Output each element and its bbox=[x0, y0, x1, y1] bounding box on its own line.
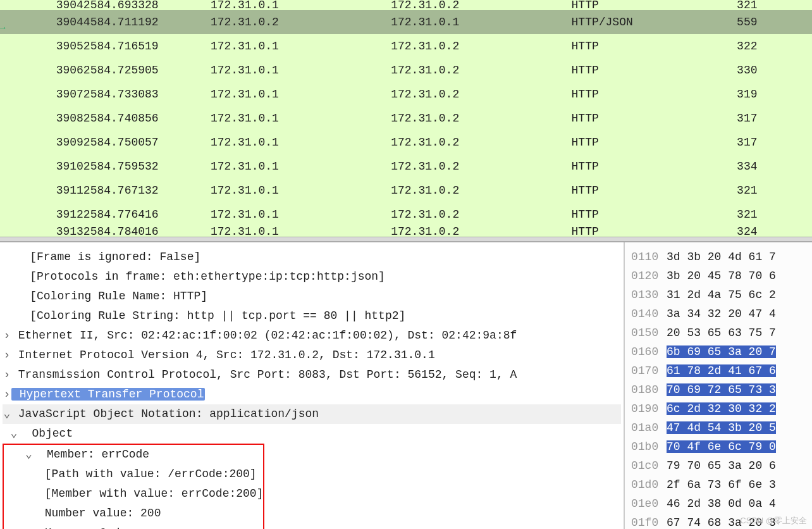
coloring-rule-string: [Coloring Rule String: http || tcp.port … bbox=[3, 306, 621, 326]
cell-dst: 172.31.0.2 bbox=[391, 0, 571, 10]
packet-row[interactable]: 39042584.693328172.31.0.1172.31.0.2HTTP3… bbox=[0, 0, 812, 10]
chevron-down-icon[interactable]: ⌄ bbox=[3, 404, 11, 424]
cell-time: 584.784016 bbox=[90, 227, 211, 237]
cell-dst: 172.31.0.1 bbox=[391, 10, 571, 34]
ethernet-layer[interactable]: › Ethernet II, Src: 02:42:ac:1f:00:02 (0… bbox=[3, 326, 621, 345]
packet-row[interactable]: 39122584.776416172.31.0.1172.31.0.2HTTP3… bbox=[0, 202, 812, 227]
hex-bytes: 46 2d 38 0d 0a 4 bbox=[667, 497, 776, 510]
cell-len: 321 bbox=[737, 0, 812, 10]
packet-row[interactable]: 39112584.767132172.31.0.1172.31.0.2HTTP3… bbox=[0, 178, 812, 202]
packet-row[interactable]: 39092584.750057172.31.0.1172.31.0.2HTTP3… bbox=[0, 130, 812, 154]
hex-row[interactable]: 013031 2d 4a 75 6c 2 bbox=[631, 285, 812, 304]
packet-row[interactable]: 39072584.733083172.31.0.1172.31.0.2HTTP3… bbox=[0, 82, 812, 106]
current-frame-marker: → bbox=[0, 23, 5, 33]
hex-row[interactable]: 01103d 3b 20 4d 61 7 bbox=[631, 247, 812, 266]
hex-row[interactable]: 01a047 4d 54 3b 20 5 bbox=[631, 418, 812, 437]
packet-row[interactable]: 39082584.740856172.31.0.1172.31.0.2HTTP3… bbox=[0, 106, 812, 130]
cell-no: 39132 bbox=[0, 227, 90, 237]
watermark: CSDN @零上安全 bbox=[740, 515, 807, 526]
cell-len: 324 bbox=[737, 227, 812, 237]
cell-time: 584.716519 bbox=[90, 34, 211, 58]
hex-offset: 0120 bbox=[631, 266, 667, 285]
hex-bytes: 70 69 72 65 73 3 bbox=[667, 383, 776, 396]
cell-src: 172.31.0.2 bbox=[211, 10, 391, 34]
cell-len: 321 bbox=[737, 178, 812, 202]
chevron-right-icon[interactable]: › bbox=[3, 326, 11, 345]
packet-row[interactable]: 39102584.759532172.31.0.1172.31.0.2HTTP3… bbox=[0, 154, 812, 178]
packet-details-pane[interactable]: [Frame is ignored: False] [Protocols in … bbox=[0, 242, 624, 529]
cell-dst: 172.31.0.2 bbox=[391, 58, 571, 82]
cell-time: 584.740856 bbox=[90, 106, 211, 130]
coloring-rule-name: [Coloring Rule Name: HTTP] bbox=[3, 287, 621, 306]
hex-bytes: 70 4f 6e 6c 79 0 bbox=[667, 440, 776, 453]
cell-no: 39092 bbox=[0, 130, 90, 154]
hex-bytes: 47 4d 54 3b 20 5 bbox=[667, 421, 776, 434]
hex-row[interactable]: 015020 53 65 63 75 7 bbox=[631, 323, 812, 342]
cell-proto: HTTP bbox=[572, 154, 737, 178]
cell-dst: 172.31.0.2 bbox=[391, 106, 571, 130]
json-number-value: Number value: 200 bbox=[4, 504, 263, 523]
hex-row[interactable]: 01e046 2d 38 0d 0a 4 bbox=[631, 494, 812, 513]
hex-row[interactable]: 01906c 2d 32 30 32 2 bbox=[631, 399, 812, 418]
hex-row[interactable]: 01c079 70 65 3a 20 6 bbox=[631, 456, 812, 475]
packet-row[interactable]: 39132584.784016172.31.0.1172.31.0.2HTTP3… bbox=[0, 227, 812, 237]
packet-row[interactable]: 39052584.716519172.31.0.1172.31.0.2HTTP3… bbox=[0, 34, 812, 58]
packet-bytes-pane[interactable]: 01103d 3b 20 4d 61 701203b 20 45 78 70 6… bbox=[624, 242, 812, 529]
chevron-right-icon[interactable]: › bbox=[3, 385, 11, 404]
http-layer[interactable]: › Hypertext Transfer Protocol bbox=[3, 385, 621, 404]
hex-row[interactable]: 017061 78 2d 41 67 6 bbox=[631, 361, 812, 380]
packet-list[interactable]: 39042584.693328172.31.0.1172.31.0.2HTTP3… bbox=[0, 0, 812, 237]
hex-bytes: 20 53 65 63 75 7 bbox=[667, 327, 776, 339]
cell-src: 172.31.0.1 bbox=[211, 130, 391, 154]
hex-bytes: 3b 20 45 78 70 6 bbox=[667, 270, 776, 282]
cell-proto: HTTP bbox=[572, 58, 737, 82]
cell-len: 334 bbox=[737, 154, 812, 178]
cell-time: 584.733083 bbox=[90, 82, 211, 106]
json-layer[interactable]: ⌄ JavaScript Object Notation: applicatio… bbox=[3, 404, 621, 424]
chevron-right-icon[interactable]: › bbox=[3, 345, 11, 365]
hex-offset: 0110 bbox=[631, 247, 667, 266]
hex-row[interactable]: 01403a 34 32 20 47 4 bbox=[631, 304, 812, 323]
hex-row[interactable]: 01606b 69 65 3a 20 7 bbox=[631, 342, 812, 361]
cell-dst: 172.31.0.2 bbox=[391, 227, 571, 237]
cell-no: 39044 bbox=[0, 10, 90, 34]
cell-time: 584.693328 bbox=[90, 0, 211, 10]
cell-proto: HTTP bbox=[572, 106, 737, 130]
chevron-down-icon[interactable]: ⌄ bbox=[9, 424, 18, 444]
hex-row[interactable]: 01b070 4f 6e 6c 79 0 bbox=[631, 437, 812, 456]
chevron-right-icon[interactable]: › bbox=[3, 365, 11, 385]
cell-len: 319 bbox=[737, 82, 812, 106]
json-object[interactable]: ⌄ Object bbox=[3, 424, 621, 444]
cell-time: 584.750057 bbox=[90, 130, 211, 154]
hex-offset: 0170 bbox=[631, 361, 667, 380]
hex-offset: 01d0 bbox=[631, 475, 667, 494]
json-member-errcode[interactable]: ⌄ Member: errCode bbox=[4, 445, 263, 464]
cell-proto: HTTP bbox=[572, 34, 737, 58]
packet-row[interactable]: 39062584.725905172.31.0.1172.31.0.2HTTP3… bbox=[0, 58, 812, 82]
hex-bytes: 31 2d 4a 75 6c 2 bbox=[667, 289, 776, 301]
hex-offset: 0140 bbox=[631, 304, 667, 323]
hex-bytes: 61 78 2d 41 67 6 bbox=[667, 364, 776, 377]
cell-len: 317 bbox=[737, 130, 812, 154]
ip-layer[interactable]: › Internet Protocol Version 4, Src: 172.… bbox=[3, 345, 621, 365]
hex-row[interactable]: 018070 69 72 65 73 3 bbox=[631, 380, 812, 399]
hex-row[interactable]: 01d02f 6a 73 6f 6e 3 bbox=[631, 475, 812, 494]
cell-no: 39042 bbox=[0, 0, 90, 10]
cell-no: 39072 bbox=[0, 82, 90, 106]
cell-proto: HTTP bbox=[572, 202, 737, 227]
frame-ignored: [Frame is ignored: False] bbox=[3, 247, 621, 267]
cell-src: 172.31.0.1 bbox=[211, 82, 391, 106]
chevron-down-icon[interactable]: ⌄ bbox=[24, 445, 33, 464]
cell-src: 172.31.0.1 bbox=[211, 106, 391, 130]
cell-dst: 172.31.0.2 bbox=[391, 202, 571, 227]
hex-bytes: 3a 34 32 20 47 4 bbox=[667, 308, 776, 320]
cell-dst: 172.31.0.2 bbox=[391, 154, 571, 178]
cell-len: 559 bbox=[737, 10, 812, 34]
json-key: Key: errCode bbox=[4, 523, 263, 529]
cell-len: 317 bbox=[737, 106, 812, 130]
cell-proto: HTTP/JSON bbox=[572, 10, 737, 34]
packet-row[interactable]: 39044584.711192172.31.0.2172.31.0.1HTTP/… bbox=[0, 10, 812, 34]
hex-row[interactable]: 01203b 20 45 78 70 6 bbox=[631, 266, 812, 285]
tcp-layer[interactable]: › Transmission Control Protocol, Src Por… bbox=[3, 365, 621, 385]
cell-src: 172.31.0.1 bbox=[211, 58, 391, 82]
